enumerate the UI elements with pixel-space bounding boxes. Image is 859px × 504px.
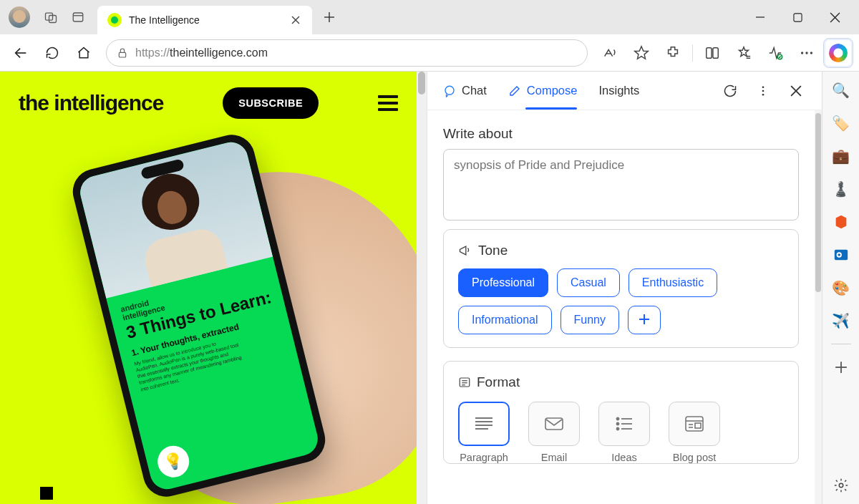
toolbar-divider	[692, 44, 693, 62]
format-icon	[458, 376, 471, 389]
panel-more-icon[interactable]	[753, 81, 773, 101]
format-label-email: Email	[541, 452, 567, 463]
svg-point-24	[810, 52, 812, 54]
window-controls	[742, 4, 853, 31]
tools-icon[interactable]: 💼	[831, 146, 851, 166]
format-label-paragraph: Paragraph	[460, 452, 508, 463]
tab-compose[interactable]: Compose	[508, 72, 578, 110]
tone-enthusiastic[interactable]: Enthusiastic	[629, 268, 717, 297]
panel-body: Write about 0/2000 Tone Professional Cas…	[427, 110, 815, 504]
format-blog[interactable]: Blog post	[669, 402, 720, 463]
site-header: the intelligence SUBSCRIBE	[0, 72, 417, 129]
read-aloud-icon[interactable]	[595, 38, 625, 68]
tone-casual[interactable]: Casual	[557, 268, 620, 297]
format-card: Format Paragraph Email Ideas	[443, 361, 799, 464]
tone-funny[interactable]: Funny	[560, 306, 619, 334]
svg-point-46	[617, 428, 619, 430]
address-bar[interactable]: https://theintelligence.com	[106, 39, 588, 67]
compose-panel: Chat Compose Insights Write about 0/2000	[427, 72, 822, 504]
close-window-button[interactable]	[816, 4, 853, 31]
search-icon[interactable]: 🔍	[831, 80, 851, 100]
outlook-icon[interactable]	[831, 245, 851, 265]
svg-point-55	[838, 253, 840, 256]
bulb-icon: 💡	[155, 442, 193, 480]
shopping-icon[interactable]: 🏷️	[831, 113, 851, 133]
svg-rect-16	[707, 47, 712, 58]
svg-point-23	[805, 52, 807, 54]
compose-icon	[508, 84, 521, 97]
add-sidebar-icon[interactable]	[831, 357, 851, 377]
new-tab-button[interactable]	[316, 4, 342, 30]
games-icon[interactable]: ♟️	[831, 179, 851, 199]
copilot-icon	[829, 44, 848, 62]
svg-rect-41	[545, 418, 563, 430]
svg-rect-2	[73, 13, 83, 21]
url-text: https://theintelligence.com	[135, 47, 268, 59]
close-tab-icon[interactable]	[289, 14, 302, 26]
workspaces-icon[interactable]	[37, 4, 64, 31]
svg-point-58	[839, 483, 843, 488]
tone-informational[interactable]: Informational	[458, 306, 552, 334]
home-button[interactable]	[69, 38, 99, 68]
webpage-viewport: the intelligence SUBSCRIBE androidintell…	[0, 72, 417, 504]
svg-marker-18	[739, 47, 749, 56]
browser-tab[interactable]: The Intelligence	[97, 6, 312, 34]
tab-title: The Intelligence	[129, 14, 253, 26]
panel-scrollbar[interactable]	[815, 110, 822, 504]
svg-rect-13	[119, 52, 125, 57]
svg-point-22	[801, 52, 803, 54]
page-scrollbar[interactable]	[417, 72, 427, 504]
settings-icon[interactable]	[831, 475, 851, 495]
minimize-button[interactable]	[742, 4, 779, 31]
window-titlebar: The Intelligence	[0, 0, 859, 34]
tone-add[interactable]	[628, 306, 661, 334]
send-icon[interactable]: ✈️	[831, 311, 851, 331]
format-label-blog: Blog post	[673, 452, 716, 463]
sidebar-divider	[831, 344, 851, 344]
lock-icon	[117, 47, 128, 59]
edge-sidebar: 🔍 🏷️ 💼 ♟️ 🎨 ✈️	[822, 72, 859, 504]
tab-favicon	[107, 13, 122, 27]
svg-rect-52	[695, 423, 701, 428]
svg-rect-17	[713, 47, 718, 58]
tab-insights[interactable]: Insights	[598, 72, 639, 110]
tab-compose-label: Compose	[527, 84, 578, 97]
favorites-list-icon[interactable]	[729, 38, 759, 68]
svg-point-42	[617, 418, 619, 420]
tone-card: Tone Professional Casual Enthusiastic In…	[443, 229, 799, 348]
more-icon[interactable]	[792, 38, 822, 68]
back-button[interactable]	[6, 38, 36, 68]
refresh-panel-icon[interactable]	[720, 81, 740, 101]
close-panel-icon[interactable]	[786, 81, 806, 101]
designer-icon[interactable]: 🎨	[831, 278, 851, 298]
format-paragraph[interactable]: Paragraph	[458, 402, 510, 463]
favorite-icon[interactable]	[626, 38, 656, 68]
svg-point-28	[762, 93, 765, 95]
decorative-square	[40, 487, 53, 500]
svg-point-27	[762, 89, 765, 92]
maximize-button[interactable]	[779, 4, 816, 31]
extensions-icon[interactable]	[658, 38, 688, 68]
svg-point-26	[762, 86, 765, 88]
split-screen-icon[interactable]	[697, 38, 727, 68]
copilot-button[interactable]	[823, 38, 853, 68]
performance-icon[interactable]	[760, 38, 790, 68]
format-ideas[interactable]: Ideas	[598, 402, 650, 463]
menu-icon[interactable]	[378, 95, 398, 111]
svg-point-44	[617, 423, 619, 425]
subscribe-button[interactable]: SUBSCRIBE	[223, 87, 319, 119]
tab-actions-icon[interactable]	[64, 4, 92, 31]
main-content: the intelligence SUBSCRIBE androidintell…	[0, 72, 859, 504]
panel-tabs: Chat Compose Insights	[427, 72, 822, 110]
m365-icon[interactable]	[831, 212, 851, 232]
write-about-label: Write about	[443, 126, 799, 142]
tone-professional[interactable]: Professional	[458, 268, 548, 297]
tab-chat[interactable]: Chat	[443, 72, 487, 110]
prompt-input[interactable]	[443, 149, 799, 220]
tab-insights-label: Insights	[598, 84, 639, 97]
profile-avatar[interactable]	[9, 6, 30, 28]
format-email[interactable]: Email	[528, 402, 580, 463]
tone-label: Tone	[458, 243, 784, 258]
site-logo: the intelligence	[19, 91, 163, 115]
refresh-button[interactable]	[37, 38, 67, 68]
